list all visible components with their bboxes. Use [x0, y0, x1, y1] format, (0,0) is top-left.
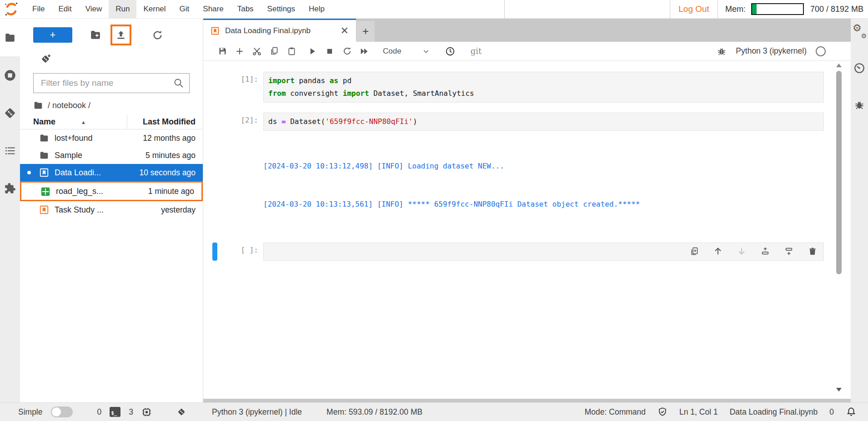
close-tab-icon[interactable]: ✕	[339, 25, 351, 37]
interrupt-kernel-button[interactable]	[321, 45, 338, 58]
new-tab-button[interactable]: +	[356, 21, 375, 42]
menu-kernel[interactable]: Kernel	[136, 0, 172, 19]
memory-usage-bar	[751, 3, 804, 15]
kernel-status-text[interactable]: Python 3 (ipykernel) | Idle	[212, 407, 302, 417]
upload-button[interactable]	[114, 28, 128, 42]
code-cell-3-selected[interactable]: [ ]:	[212, 243, 824, 261]
cell-collapser[interactable]	[212, 72, 217, 103]
gear-icon: ⚙	[861, 32, 867, 40]
file-row-data-loading-selected[interactable]: Data Loadi... 10 seconds ago	[20, 164, 203, 181]
save-button[interactable]	[214, 45, 231, 58]
bug-icon[interactable]	[717, 46, 727, 56]
scissors-icon	[252, 46, 262, 56]
run-cell-button[interactable]	[304, 45, 321, 58]
code-cell-2[interactable]: [2]: ds = Dataset('659f9fcc-NNP80qFIi')	[212, 113, 824, 131]
restart-kernel-button[interactable]	[338, 45, 356, 58]
notebook-scrollbar[interactable]	[836, 64, 842, 391]
bell-icon[interactable]	[846, 406, 857, 417]
insert-cell-button[interactable]	[231, 45, 248, 58]
restart-icon	[342, 46, 352, 56]
search-icon	[173, 78, 184, 89]
new-launcher-button[interactable]: +	[33, 27, 72, 43]
terminals-count[interactable]: 0	[97, 407, 102, 417]
folder-icon	[39, 150, 49, 160]
kernel-name[interactable]: Python 3 (ipykernel)	[736, 46, 807, 56]
file-list-header: Name ▲ Last Modified	[20, 115, 203, 129]
trust-shield-icon[interactable]	[657, 407, 667, 417]
scroll-down-arrow[interactable]	[836, 388, 842, 391]
execution-prompt: [2]:	[217, 113, 258, 131]
sidebar-tab-table-of-contents[interactable]	[0, 132, 20, 169]
filter-files-input[interactable]	[33, 73, 190, 93]
kernels-count[interactable]: 3	[129, 407, 133, 417]
execution-prompt: [1]:	[217, 72, 258, 103]
menu-help[interactable]: Help	[302, 0, 331, 19]
tab-data-loading-final[interactable]: Data Loading Final.ipynb ✕	[203, 19, 356, 42]
file-modified: 12 months ago	[127, 134, 203, 143]
cell-collapser[interactable]	[212, 113, 217, 131]
sidebar-tab-debugger[interactable]	[854, 99, 865, 110]
menu-share[interactable]: Share	[196, 0, 230, 19]
notifications-count: 0	[829, 407, 834, 417]
logout-button[interactable]: Log Out	[670, 4, 717, 14]
file-row-sample[interactable]: Sample 5 minutes ago	[20, 147, 203, 164]
arrow-down-icon	[737, 246, 747, 256]
copy-cells-button[interactable]	[266, 45, 283, 58]
file-row-task-study[interactable]: Task Study ... yesterday	[20, 201, 203, 218]
cut-cells-button[interactable]	[248, 45, 266, 58]
sidebar-tab-system-monitor[interactable]	[853, 62, 865, 74]
insert-below-icon	[784, 246, 794, 256]
code-input[interactable]: ds = Dataset('659f9fcc-NNP80qFIi')	[263, 113, 824, 131]
scroll-up-arrow[interactable]	[836, 64, 842, 67]
delete-cell-button[interactable]	[808, 246, 818, 256]
menu-edit[interactable]: Edit	[51, 0, 78, 19]
sidebar-tab-property-inspector[interactable]: ⚙ ⚙	[853, 25, 865, 37]
column-header-name[interactable]: Name ▲	[20, 115, 127, 129]
terminal-icon[interactable]: $_	[110, 407, 120, 417]
restart-run-all-button[interactable]	[356, 45, 373, 58]
menu-git[interactable]: Git	[173, 0, 196, 19]
memory-usage-text: Mem: 593.09 / 8192.00 MB	[326, 407, 422, 417]
file-row-road-leg-highlighted[interactable]: road_leg_s... 1 minute ago	[20, 181, 203, 201]
sidebar-tab-extensions[interactable]	[0, 169, 20, 207]
file-list: lost+found 12 months ago Sample 5 minute…	[20, 129, 203, 218]
insert-cell-above-button[interactable]	[760, 246, 770, 256]
git-clone-icon	[40, 53, 52, 65]
menu-file[interactable]: File	[25, 0, 51, 19]
sidebar-tab-file-browser[interactable]	[0, 19, 20, 56]
cell-collapser-active[interactable]	[212, 243, 217, 261]
upload-icon	[115, 29, 127, 41]
sidebar-tab-git[interactable]	[0, 94, 20, 132]
copy-icon	[270, 46, 279, 56]
git-clone-button[interactable]	[39, 52, 53, 66]
sidebar-tab-running-sessions[interactable]	[0, 56, 20, 94]
paste-cells-button[interactable]	[283, 45, 300, 58]
file-row-lost-found[interactable]: lost+found 12 months ago	[20, 129, 203, 147]
simple-mode-toggle[interactable]	[51, 406, 73, 417]
cell-type-dropdown[interactable]: Code	[383, 47, 430, 56]
menu-settings[interactable]: Settings	[261, 0, 302, 19]
column-header-modified[interactable]: Last Modified	[127, 117, 203, 127]
duplicate-cell-button[interactable]	[689, 246, 699, 256]
menu-tabs[interactable]: Tabs	[231, 0, 261, 19]
file-name: road_leg_s...	[21, 187, 129, 196]
breadcrumb[interactable]: / notebook /	[20, 93, 203, 115]
history-button[interactable]	[442, 45, 459, 58]
code-cell-1[interactable]: [1]: import pandas as pd from conversigh…	[212, 72, 824, 103]
paste-icon	[287, 46, 296, 56]
code-input[interactable]: import pandas as pd from conversight imp…	[263, 72, 824, 103]
git-actions-row	[20, 45, 203, 67]
cursor-position: Ln 1, Col 1	[679, 407, 718, 417]
menu-view[interactable]: View	[79, 0, 109, 19]
scrollbar-thumb[interactable]	[836, 71, 842, 274]
insert-cell-below-button[interactable]	[784, 246, 794, 256]
conversight-logo-icon	[4, 1, 19, 17]
new-folder-button[interactable]	[89, 28, 102, 42]
stop-circle-icon	[4, 69, 16, 82]
refresh-files-button[interactable]	[151, 28, 164, 42]
git-toolbar-label[interactable]: git	[471, 46, 482, 56]
menu-run[interactable]: Run	[109, 0, 136, 19]
cell-type-value: Code	[383, 47, 401, 56]
kernel-chip-icon[interactable]	[141, 407, 152, 417]
move-cell-up-button[interactable]	[713, 246, 723, 256]
